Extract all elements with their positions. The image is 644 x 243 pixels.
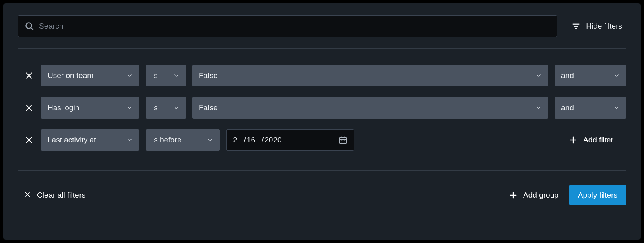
filter-field-label: User on team — [47, 71, 93, 80]
chevron-down-icon — [173, 72, 180, 79]
filter-icon — [572, 22, 580, 31]
filter-join-select[interactable]: and — [555, 97, 626, 119]
plus-icon — [569, 136, 578, 144]
plus-icon — [509, 191, 518, 200]
search-field-wrap[interactable] — [18, 15, 557, 37]
chevron-down-icon — [613, 72, 620, 79]
filter-join-label: and — [561, 71, 574, 80]
chevron-down-icon — [126, 72, 133, 79]
apply-filters-button[interactable]: Apply filters — [569, 185, 626, 205]
filter-value-label: False — [199, 71, 217, 80]
chevron-down-icon — [173, 105, 180, 111]
filter-join-label: and — [561, 103, 574, 112]
footer: Clear all filters Add group Apply filter… — [18, 171, 626, 205]
close-icon — [25, 103, 33, 112]
filter-operator-select[interactable]: is — [146, 65, 186, 86]
remove-filter-button[interactable] — [23, 134, 35, 146]
filter-row: Has login is False and — [23, 97, 626, 119]
filter-field-select[interactable]: User on team — [41, 65, 139, 86]
filter-row: Last activity at is before 2 /16 /2020 — [23, 129, 626, 151]
clear-all-label: Clear all filters — [37, 191, 85, 200]
filter-operator-label: is — [152, 103, 158, 112]
add-filter-button[interactable]: Add filter — [569, 136, 626, 144]
add-filter-label: Add filter — [583, 136, 613, 144]
svg-rect-4 — [575, 28, 578, 29]
close-icon — [25, 136, 33, 144]
chevron-down-icon — [126, 137, 133, 143]
date-year: 2020 — [264, 136, 281, 144]
calendar-icon[interactable] — [339, 136, 347, 144]
filter-operator-select[interactable]: is before — [146, 129, 220, 151]
remove-filter-button[interactable] — [23, 70, 35, 81]
svg-rect-3 — [574, 26, 578, 27]
chevron-down-icon — [126, 105, 133, 111]
filter-panel: Hide filters User on team is False and — [3, 3, 641, 240]
svg-line-1 — [31, 28, 33, 30]
clear-all-filters-button[interactable]: Clear all filters — [23, 190, 85, 200]
filter-field-select[interactable]: Has login — [41, 97, 139, 119]
search-icon — [25, 21, 34, 31]
chevron-down-icon — [207, 137, 213, 143]
date-month: 2 — [233, 136, 243, 144]
filter-operator-label: is — [152, 71, 158, 80]
chevron-down-icon — [535, 72, 542, 79]
hide-filters-label: Hide filters — [586, 22, 622, 31]
footer-actions: Add group Apply filters — [509, 185, 626, 205]
filter-value-label: False — [199, 103, 217, 112]
filter-row: User on team is False and — [23, 65, 626, 86]
filter-join-select[interactable]: and — [555, 65, 626, 86]
filter-value-select[interactable]: False — [192, 97, 548, 119]
filter-field-label: Last activity at — [47, 136, 96, 144]
remove-filter-button[interactable] — [23, 102, 35, 113]
filter-value-select[interactable]: False — [192, 65, 548, 86]
date-day: 16 — [247, 136, 261, 144]
divider — [18, 48, 626, 49]
add-group-button[interactable]: Add group — [509, 191, 559, 200]
top-row: Hide filters — [18, 15, 626, 37]
filter-field-label: Has login — [47, 103, 79, 112]
filter-operator-select[interactable]: is — [146, 97, 186, 119]
close-icon — [25, 71, 33, 80]
date-value: 2 /16 /2020 — [233, 136, 282, 144]
search-input[interactable] — [39, 22, 550, 31]
close-icon — [23, 190, 31, 200]
apply-filters-label: Apply filters — [578, 191, 617, 199]
filter-field-select[interactable]: Last activity at — [41, 129, 139, 151]
chevron-down-icon — [613, 105, 620, 111]
filters-list: User on team is False and Has login — [18, 65, 626, 151]
chevron-down-icon — [535, 105, 542, 111]
hide-filters-button[interactable]: Hide filters — [572, 22, 626, 31]
filter-date-input[interactable]: 2 /16 /2020 — [226, 129, 354, 151]
filter-operator-label: is before — [152, 136, 182, 144]
add-group-label: Add group — [523, 191, 559, 200]
svg-rect-2 — [573, 24, 580, 25]
